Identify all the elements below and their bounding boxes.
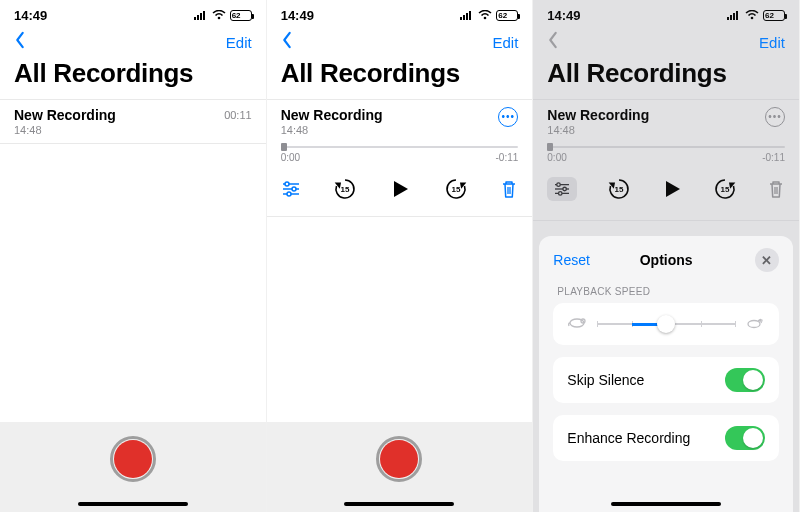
- svg-text:15: 15: [341, 185, 350, 194]
- skip-silence-row: Skip Silence: [553, 357, 779, 403]
- svg-rect-24: [730, 15, 732, 20]
- enhance-label: Enhance Recording: [567, 430, 690, 446]
- options-button[interactable]: [281, 181, 301, 197]
- back-button: [547, 31, 559, 53]
- page-title: All Recordings: [533, 58, 799, 99]
- options-button-active[interactable]: [547, 177, 577, 201]
- skip-silence-label: Skip Silence: [567, 372, 644, 388]
- home-indicator[interactable]: [611, 502, 721, 506]
- svg-text:15: 15: [451, 185, 460, 194]
- nav-bar: Edit: [533, 26, 799, 58]
- playback-speed-row: [553, 303, 779, 345]
- delete-button[interactable]: [767, 179, 785, 199]
- skip-forward-button[interactable]: 15: [713, 177, 737, 201]
- svg-rect-26: [736, 11, 738, 20]
- back-button[interactable]: [281, 31, 293, 53]
- page-title: All Recordings: [0, 58, 266, 99]
- recording-name: New Recording: [281, 107, 383, 123]
- svg-point-9: [484, 16, 487, 19]
- svg-rect-5: [460, 17, 462, 20]
- cell-signal-icon: [194, 8, 208, 23]
- scrubber[interactable]: [281, 146, 519, 148]
- svg-rect-25: [733, 13, 735, 20]
- play-button[interactable]: [661, 178, 683, 200]
- svg-rect-8: [469, 11, 471, 20]
- edit-button[interactable]: Edit: [492, 34, 518, 51]
- recording-row-expanded: New Recording 14:48 ••• 0:00 -0:11 15 15: [533, 99, 799, 221]
- reset-button[interactable]: Reset: [553, 252, 590, 268]
- scrubber: [547, 146, 785, 148]
- clock: 14:49: [281, 8, 314, 23]
- svg-text:15: 15: [615, 185, 624, 194]
- skip-forward-button[interactable]: 15: [444, 177, 468, 201]
- record-footer: [267, 422, 533, 512]
- svg-text:15: 15: [721, 185, 730, 194]
- remaining-time: -0:11: [762, 152, 785, 163]
- elapsed-time: 0:00: [547, 152, 566, 163]
- home-indicator[interactable]: [78, 502, 188, 506]
- battery-icon: 62: [230, 10, 252, 21]
- svg-point-13: [292, 187, 296, 191]
- svg-rect-1: [197, 15, 199, 20]
- page-title: All Recordings: [267, 58, 533, 99]
- status-bar: 14:49 62: [267, 0, 533, 26]
- recording-time: 14:48: [547, 124, 649, 136]
- wifi-icon: [745, 8, 759, 23]
- battery-icon: 62: [763, 10, 785, 21]
- svg-rect-6: [463, 15, 465, 20]
- svg-marker-36: [666, 181, 680, 197]
- recording-time: 14:48: [281, 124, 383, 136]
- nav-bar: Edit: [0, 26, 266, 58]
- recording-time: 14:48: [14, 124, 116, 136]
- status-bar: 14:49 62: [533, 0, 799, 26]
- recording-row-expanded: New Recording 14:48 ••• 0:00 -0:11 15 15: [267, 99, 533, 217]
- status-bar: 14:49 62: [0, 0, 266, 26]
- rabbit-icon: [745, 315, 765, 333]
- elapsed-time: 0:00: [281, 152, 300, 163]
- recording-row[interactable]: New Recording 14:48 00:11: [0, 99, 266, 144]
- record-button[interactable]: [110, 436, 156, 482]
- skip-back-button[interactable]: 15: [607, 177, 631, 201]
- screen-playback: 14:49 62 Edit All Recordings New Recordi…: [267, 0, 534, 512]
- edit-button[interactable]: Edit: [226, 34, 252, 51]
- svg-point-15: [287, 192, 291, 196]
- clock: 14:49: [14, 8, 47, 23]
- clock: 14:49: [547, 8, 580, 23]
- speed-slider[interactable]: [597, 323, 735, 325]
- nav-bar: Edit: [267, 26, 533, 58]
- home-indicator[interactable]: [344, 502, 454, 506]
- svg-point-27: [751, 16, 754, 19]
- record-button[interactable]: [376, 436, 422, 482]
- svg-point-31: [563, 187, 567, 191]
- section-label-speed: PLAYBACK SPEED: [557, 286, 775, 297]
- svg-point-11: [285, 182, 289, 186]
- screen-list: 14:49 62 Edit All Recordings New Recordi…: [0, 0, 267, 512]
- svg-point-33: [559, 192, 563, 196]
- more-button[interactable]: •••: [498, 107, 518, 127]
- delete-button[interactable]: [500, 179, 518, 199]
- wifi-icon: [212, 8, 226, 23]
- enhance-row: Enhance Recording: [553, 415, 779, 461]
- remaining-time: -0:11: [496, 152, 519, 163]
- recording-name: New Recording: [14, 107, 116, 123]
- svg-point-4: [217, 16, 220, 19]
- more-button: •••: [765, 107, 785, 127]
- back-button[interactable]: [14, 31, 26, 53]
- recording-duration: 00:11: [224, 109, 252, 121]
- options-sheet: Reset Options ✕ PLAYBACK SPEED Skip Sile…: [539, 236, 793, 512]
- svg-point-43: [748, 321, 760, 328]
- svg-rect-23: [727, 17, 729, 20]
- close-button[interactable]: ✕: [755, 248, 779, 272]
- svg-rect-2: [200, 13, 202, 20]
- svg-rect-3: [203, 11, 205, 20]
- svg-marker-18: [394, 181, 408, 197]
- wifi-icon: [478, 8, 492, 23]
- screen-options-sheet: 14:49 62 Edit All Recordings New Recordi…: [533, 0, 800, 512]
- skip-silence-toggle[interactable]: [725, 368, 765, 392]
- svg-rect-7: [466, 13, 468, 20]
- enhance-toggle[interactable]: [725, 426, 765, 450]
- edit-button[interactable]: Edit: [759, 34, 785, 51]
- skip-back-button[interactable]: 15: [333, 177, 357, 201]
- play-button[interactable]: [389, 178, 411, 200]
- svg-rect-0: [194, 17, 196, 20]
